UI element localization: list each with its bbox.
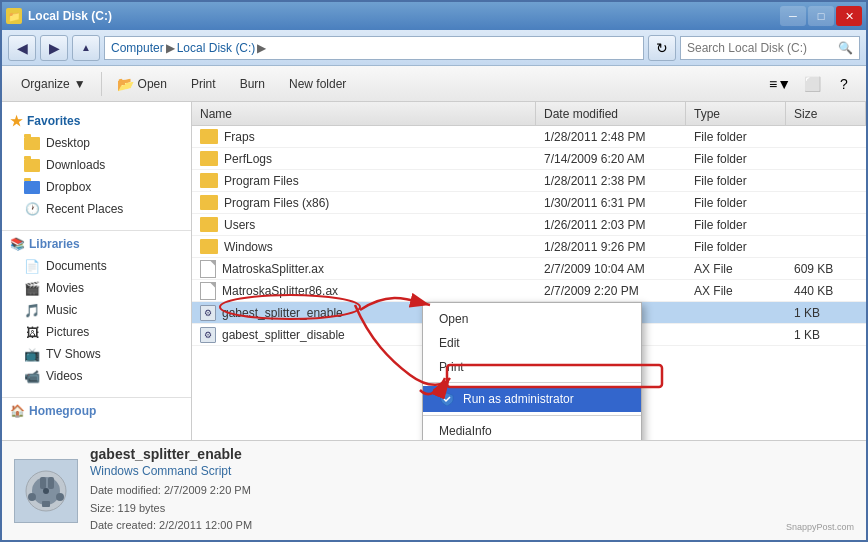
svg-point-5 [43, 488, 49, 494]
table-row[interactable]: Program Files (x86) 1/30/2011 6:31 PM Fi… [192, 192, 866, 214]
favorites-label: Favorites [27, 114, 80, 128]
libraries-header[interactable]: 📚 Libraries [2, 230, 191, 255]
tv-shows-icon: 📺 [24, 346, 40, 362]
sidebar-item-documents[interactable]: 📄 Documents [2, 255, 191, 277]
ctx-item-run-as-admin[interactable]: Run as administrator [423, 386, 641, 412]
sidebar-item-dropbox[interactable]: Dropbox [2, 176, 191, 198]
sidebar-item-documents-label: Documents [46, 259, 107, 273]
column-type[interactable]: Type [686, 102, 786, 125]
maximize-button[interactable]: □ [808, 6, 834, 26]
libraries-icon: 📚 [10, 237, 25, 251]
ctx-open-label: Open [439, 312, 468, 326]
sidebar-item-dropbox-label: Dropbox [46, 180, 91, 194]
favorites-header[interactable]: ★ Favorites [2, 110, 191, 132]
file-preview-icon [14, 459, 78, 523]
preview-pane-button[interactable]: ⬜ [798, 70, 826, 98]
file-area: Name Date modified Type Size [192, 102, 866, 440]
sidebar-item-recent-places[interactable]: 🕐 Recent Places [2, 198, 191, 220]
main-area: ★ Favorites Desktop Downloads Dropbox [2, 102, 866, 440]
view-menu-button[interactable]: ≡▼ [766, 70, 794, 98]
column-name[interactable]: Name [192, 102, 536, 125]
folder-icon [200, 217, 218, 232]
sidebar-item-tv-shows[interactable]: 📺 TV Shows [2, 343, 191, 365]
svg-point-7 [28, 493, 36, 501]
search-input[interactable] [687, 41, 838, 55]
table-row[interactable]: Windows 1/28/2011 9:26 PM File folder [192, 236, 866, 258]
desktop-icon [24, 135, 40, 151]
homegroup-section: 🏠 Homegroup [2, 393, 191, 422]
minimize-button[interactable]: ─ [780, 6, 806, 26]
column-size[interactable]: Size [786, 102, 866, 125]
address-path[interactable]: Computer ▶ Local Disk (C:) ▶ [104, 36, 644, 60]
new-folder-button[interactable]: New folder [278, 70, 357, 98]
forward-button[interactable]: ▶ [40, 35, 68, 61]
homegroup-header[interactable]: 🏠 Homegroup [2, 397, 191, 422]
burn-button[interactable]: Burn [229, 70, 276, 98]
table-row[interactable]: Program Files 1/28/2011 2:38 PM File fol… [192, 170, 866, 192]
sidebar-item-videos[interactable]: 📹 Videos [2, 365, 191, 387]
address-bar: ◀ ▶ ▲ Computer ▶ Local Disk (C:) ▶ ↻ 🔍 [2, 30, 866, 66]
close-button[interactable]: ✕ [836, 6, 862, 26]
movies-icon: 🎬 [24, 280, 40, 296]
ctx-run-as-admin-label: Run as administrator [463, 392, 574, 406]
open-button[interactable]: 📂 Open [106, 70, 178, 98]
date-created-value: 2/2/2011 12:00 PM [159, 519, 252, 531]
refresh-button[interactable]: ↻ [648, 35, 676, 61]
ctx-item-print[interactable]: Print [423, 355, 641, 379]
up-button[interactable]: ▲ [72, 35, 100, 61]
table-row[interactable]: MatroskaSplitter.ax 2/7/2009 10:04 AM AX… [192, 258, 866, 280]
sidebar-item-music[interactable]: 🎵 Music [2, 299, 191, 321]
print-button[interactable]: Print [180, 70, 227, 98]
organize-arrow: ▼ [74, 77, 86, 91]
sidebar-item-movies[interactable]: 🎬 Movies [2, 277, 191, 299]
homegroup-label: Homegroup [29, 404, 96, 418]
folder-icon [200, 195, 218, 210]
help-button[interactable]: ? [830, 70, 858, 98]
status-meta: Date modified: 2/7/2009 2:20 PM Size: 11… [90, 482, 774, 535]
sidebar-item-desktop-label: Desktop [46, 136, 90, 150]
ax-file-icon [200, 260, 216, 278]
ctx-separator-2 [423, 415, 641, 416]
sidebar-item-downloads-label: Downloads [46, 158, 105, 172]
sidebar-item-recent-places-label: Recent Places [46, 202, 123, 216]
ctx-separator-1 [423, 382, 641, 383]
folder-icon [200, 173, 218, 188]
status-info: gabest_splitter_enable Windows Command S… [90, 446, 774, 535]
sidebar-item-pictures[interactable]: 🖼 Pictures [2, 321, 191, 343]
downloads-icon [24, 157, 40, 173]
table-row[interactable]: Users 1/26/2011 2:03 PM File folder [192, 214, 866, 236]
recent-places-icon: 🕐 [24, 201, 40, 217]
search-icon: 🔍 [838, 41, 853, 55]
libraries-label: Libraries [29, 237, 80, 251]
table-row[interactable]: MatroskaSplitter86.ax 2/7/2009 2:20 PM A… [192, 280, 866, 302]
title-bar: 📁 Local Disk (C:) ─ □ ✕ [2, 2, 866, 30]
sidebar-item-downloads[interactable]: Downloads [2, 154, 191, 176]
window-icon: 📁 [6, 8, 22, 24]
sidebar-item-pictures-label: Pictures [46, 325, 89, 339]
star-icon: ★ [10, 113, 23, 129]
context-menu: Open Edit Print Run as administrator [422, 302, 642, 440]
table-row[interactable]: PerfLogs 7/14/2009 6:20 AM File folder [192, 148, 866, 170]
date-modified-value: 2/7/2009 2:20 PM [164, 484, 251, 496]
music-icon: 🎵 [24, 302, 40, 318]
ctx-item-open[interactable]: Open [423, 307, 641, 331]
search-box[interactable]: 🔍 [680, 36, 860, 60]
folder-icon [200, 239, 218, 254]
ctx-item-mediainfo[interactable]: MediaInfo [423, 419, 641, 440]
ctx-item-edit[interactable]: Edit [423, 331, 641, 355]
column-date-modified[interactable]: Date modified [536, 102, 686, 125]
libraries-section: 📚 Libraries 📄 Documents 🎬 Movies 🎵 Music [2, 226, 191, 387]
table-row[interactable]: Fraps 1/28/2011 2:48 PM File folder [192, 126, 866, 148]
back-button[interactable]: ◀ [8, 35, 36, 61]
sidebar-item-desktop[interactable]: Desktop [2, 132, 191, 154]
ctx-print-label: Print [439, 360, 464, 374]
status-bar: gabest_splitter_enable Windows Command S… [2, 440, 866, 540]
ctx-edit-label: Edit [439, 336, 460, 350]
ctx-mediainfo-label: MediaInfo [439, 424, 492, 438]
window-title: Local Disk (C:) [28, 9, 112, 23]
status-file-name: gabest_splitter_enable [90, 446, 774, 462]
sidebar-item-videos-label: Videos [46, 369, 82, 383]
burn-label: Burn [240, 77, 265, 91]
sidebar-item-music-label: Music [46, 303, 77, 317]
organize-button[interactable]: Organize ▼ [10, 70, 97, 98]
